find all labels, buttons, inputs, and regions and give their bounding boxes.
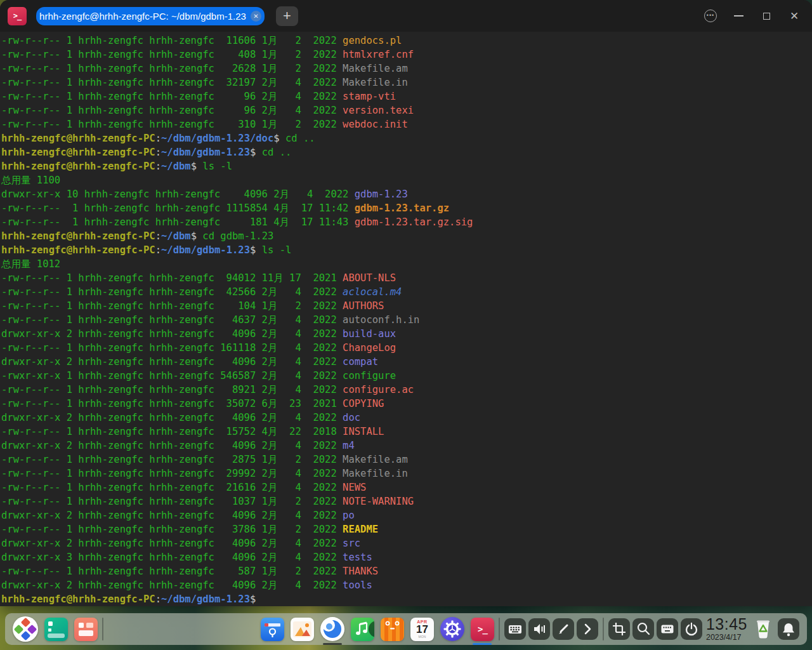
new-tab-button[interactable]: + [276, 6, 298, 26]
clock-date: 2023/4/17 [706, 633, 747, 642]
tab-title: hrhh-zengfc@hrhh-zengfc-PC: ~/dbm/gdbm-1… [39, 11, 246, 22]
image-viewer-icon [291, 618, 314, 641]
terminal-line: -rw-r--r-- 1 hrhh-zengfc hrhh-zengfc 96 … [1, 103, 812, 117]
dock-item-magnifier[interactable] [632, 618, 654, 640]
ellipsis-menu-icon: ••• [704, 10, 717, 22]
dock-item-launcher[interactable] [13, 616, 38, 642]
menu-button[interactable]: ••• [697, 0, 724, 32]
magnifier-icon [632, 618, 654, 640]
dock-item-virtual-keyboard[interactable] [504, 618, 526, 640]
dock-separator [499, 618, 500, 640]
terminal-line: drwxr-xr-x 2 hrhh-zengfc hrhh-zengfc 409… [1, 327, 812, 341]
dock-item-screen-capture-pen[interactable] [553, 618, 574, 640]
maximize-icon [763, 13, 770, 20]
window-effects-icon [74, 618, 98, 641]
dock-item-calendar[interactable]: APR17MON [410, 618, 434, 641]
browser-running-indicator [323, 643, 342, 645]
close-button[interactable]: ✕ [780, 0, 808, 32]
close-icon: ✕ [790, 10, 799, 22]
dock-item-tray-expand[interactable] [577, 618, 598, 640]
file-manager-icon [261, 618, 284, 641]
minimize-button[interactable] [724, 0, 752, 32]
dock-item-music[interactable] [351, 618, 374, 641]
trash-icon [754, 618, 773, 640]
terminal-line: -rw-r--r-- 1 hrhh-zengfc hrhh-zengfc 287… [1, 453, 812, 467]
window-controls: ••• ✕ [697, 0, 812, 32]
terminal-line: -rw-r--r-- 1 hrhh-zengfc hrhh-zengfc 321… [1, 76, 812, 90]
dock-item-keyboard-layout[interactable] [657, 618, 678, 640]
terminal-line: 总用量 1012 [1, 257, 812, 271]
terminal-line: -rw-r--r-- 1 hrhh-zengfc hrhh-zengfc 96 … [1, 90, 812, 103]
dock-item-control-center[interactable] [440, 617, 464, 641]
terminal-line: hrhh-zengfc@hrhh-zengfc-PC:~/dbm/gdbm-1.… [1, 131, 812, 145]
browser-icon [320, 617, 344, 641]
clock-time: 13:45 [706, 616, 747, 632]
launcher-icon [13, 616, 38, 642]
dock-item-screenshot-crop[interactable] [608, 618, 630, 640]
terminal-line: -rw-r--r-- 1 hrhh-zengfc hrhh-zengfc 310… [1, 117, 812, 131]
terminal-icon: >_ [471, 618, 494, 641]
tab-active[interactable]: hrhh-zengfc@hrhh-zengfc-PC: ~/dbm/gdbm-1… [36, 7, 265, 25]
terminal-line: -rw-r--r-- 1 hrhh-zengfc hrhh-zengfc 104… [1, 299, 812, 313]
terminal-line: hrhh-zengfc@hrhh-zengfc-PC:~/dbm/gdbm-1.… [1, 145, 812, 159]
music-icon [351, 618, 374, 641]
dock-item-trash[interactable] [754, 618, 773, 640]
dock-item-image-viewer[interactable] [291, 618, 314, 641]
terminal-line: hrhh-zengfc@hrhh-zengfc-PC:~/dbm$ ls -l [1, 159, 812, 173]
screen-capture-pen-icon [553, 618, 574, 640]
calendar-icon: APR17MON [410, 618, 434, 641]
dock-separator [603, 618, 604, 640]
terminal-line: drwxr-xr-x 2 hrhh-zengfc hrhh-zengfc 409… [1, 411, 812, 425]
terminal-running-indicator [473, 643, 492, 645]
terminal-line: hrhh-zengfc@hrhh-zengfc-PC:~/dbm/gdbm-1.… [1, 243, 812, 257]
terminal-line: drwxr-xr-x 3 hrhh-zengfc hrhh-zengfc 409… [1, 550, 812, 564]
virtual-keyboard-icon [504, 618, 526, 640]
terminal-line: -rw-r--r-- 1 hrhh-zengfc hrhh-zengfc 463… [1, 313, 812, 327]
terminal-line: -rw-r--r-- 1 hrhh-zengfc hrhh-zengfc 157… [1, 425, 812, 439]
dock-tray-group-b [608, 618, 702, 640]
terminal-line: -rw-r--r-- 1 hrhh-zengfc hrhh-zengfc 181… [1, 215, 812, 229]
dock-item-window-effects[interactable] [74, 618, 98, 641]
dock-left-group [13, 616, 98, 642]
dock-item-browser[interactable] [320, 617, 344, 641]
notifications-icon [778, 618, 799, 640]
terminal-line: hrhh-zengfc@hrhh-zengfc-PC:~/dbm/gdbm-1.… [1, 592, 812, 606]
dock-tray-group-a [504, 618, 598, 640]
terminal-line: -rw-r--r-- 1 hrhh-zengfc hrhh-zengfc 299… [1, 467, 812, 481]
terminal-line: -rw-r--r-- 1 hrhh-zengfc hrhh-zengfc 161… [1, 341, 812, 355]
dock-item-shutdown[interactable] [681, 618, 702, 640]
terminal-line: -rw-r--r-- 1 hrhh-zengfc hrhh-zengfc 940… [1, 271, 812, 285]
dock-end-group [754, 618, 799, 640]
shutdown-icon [681, 618, 702, 640]
terminal-line: hrhh-zengfc@hrhh-zengfc-PC:~/dbm$ cd gdb… [1, 229, 812, 243]
terminal-output[interactable]: -rw-r--r-- 1 hrhh-zengfc hrhh-zengfc 116… [0, 32, 812, 606]
dock-item-volume[interactable] [528, 618, 550, 640]
dock-item-terminal[interactable]: >_ [471, 618, 494, 641]
dock-item-notifications[interactable] [778, 618, 799, 640]
terminal-line: -rw-r--r-- 1 hrhh-zengfc hrhh-zengfc 408… [1, 48, 812, 62]
terminal-line: 总用量 1100 [1, 173, 812, 187]
terminal-line: drwxr-xr-x 2 hrhh-zengfc hrhh-zengfc 409… [1, 536, 812, 550]
terminal-line: -rw-r--r-- 1 hrhh-zengfc hrhh-zengfc 103… [1, 494, 812, 508]
dock-clock[interactable]: 13:45 2023/4/17 [706, 616, 747, 642]
dock-item-task-view[interactable] [44, 618, 68, 641]
terminal-line: -rw-r--r-- 1 hrhh-zengfc hrhh-zengfc 262… [1, 62, 812, 76]
task-view-icon [44, 618, 68, 641]
tab-close-icon[interactable]: ✕ [251, 11, 261, 22]
titlebar: >_ hrhh-zengfc@hrhh-zengfc-PC: ~/dbm/gdb… [0, 0, 812, 32]
terminal-line: drwxr-xr-x 2 hrhh-zengfc hrhh-zengfc 409… [1, 439, 812, 453]
terminal-app-icon: >_ [8, 7, 27, 25]
volume-icon [528, 618, 550, 640]
terminal-line: drwxr-xr-x 2 hrhh-zengfc hrhh-zengfc 409… [1, 578, 812, 592]
terminal-window: >_ hrhh-zengfc@hrhh-zengfc-PC: ~/dbm/gdb… [0, 0, 812, 606]
tray-expand-icon [577, 618, 598, 640]
dock-item-app-store[interactable] [381, 618, 404, 641]
screenshot-crop-icon [608, 618, 630, 640]
terminal-line: -rw-r--r-- 1 hrhh-zengfc hrhh-zengfc 587… [1, 564, 812, 578]
dock-item-file-manager[interactable] [261, 618, 284, 641]
minimize-icon [734, 15, 743, 17]
keyboard-layout-icon [657, 618, 678, 640]
maximize-button[interactable] [752, 0, 780, 32]
terminal-line: drwxr-xr-x 2 hrhh-zengfc hrhh-zengfc 409… [1, 355, 812, 369]
terminal-line: -rw-r--r-- 1 hrhh-zengfc hrhh-zengfc 350… [1, 397, 812, 411]
